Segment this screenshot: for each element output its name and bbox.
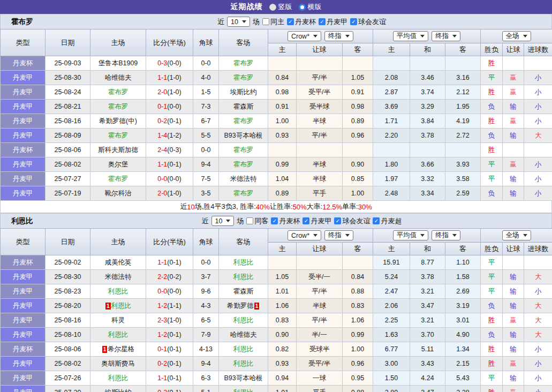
- checkbox-checked-icon[interactable]: ✓: [319, 18, 326, 25]
- score-link[interactable]: 2-0: [157, 190, 167, 197]
- checkbox-checked-icon[interactable]: ✓: [350, 18, 357, 25]
- score-link[interactable]: 2-2: [157, 273, 167, 281]
- layout-radio-vertical[interactable]: 竖版: [269, 2, 292, 12]
- score-link[interactable]: 1-4: [157, 132, 167, 139]
- home-team-link[interactable]: 利恩比: [108, 331, 128, 338]
- home-team-link[interactable]: 利恩比: [108, 288, 128, 295]
- home-team-name[interactable]: 奥胡斯费马: [101, 360, 135, 367]
- away-team-name[interactable]: B93哥本哈根: [224, 132, 262, 139]
- home-team-name[interactable]: 咸美伦英: [105, 259, 132, 266]
- league-filter-checkbox[interactable]: ✓丹麦甲: [303, 216, 331, 226]
- home-team-link[interactable]: 利恩比: [108, 374, 128, 382]
- away-team-cell: 霍布罗: [219, 186, 268, 201]
- score-link[interactable]: 1-2: [157, 331, 167, 338]
- score-link[interactable]: 0-0: [157, 288, 167, 295]
- home-team-link[interactable]: 霍布罗: [108, 103, 128, 110]
- home-team-name[interactable]: 靴尔科治: [105, 190, 132, 197]
- score-link[interactable]: 1-1: [157, 259, 167, 266]
- home-team-name[interactable]: 哈维德夫: [105, 74, 132, 81]
- home-team-name[interactable]: 科灵: [111, 316, 125, 324]
- handicap-home-odds-cell: 1.00: [268, 114, 297, 129]
- away-team-link[interactable]: 利恩比: [233, 273, 254, 281]
- radio-icon[interactable]: [269, 4, 276, 11]
- checkbox-checked-icon[interactable]: ✓: [334, 217, 341, 224]
- score-link[interactable]: 0-0: [157, 175, 167, 183]
- away-team-link[interactable]: 利恩比: [233, 345, 254, 353]
- league-filter-checkbox[interactable]: ✓丹麦杯: [271, 216, 300, 226]
- home-team-link[interactable]: 霍布罗: [108, 88, 128, 96]
- away-team-name[interactable]: 霍森斯: [233, 288, 254, 295]
- radio-icon[interactable]: [299, 4, 306, 11]
- checkbox-checked-icon[interactable]: ✓: [373, 217, 380, 224]
- home-team-name[interactable]: 希尔星格: [108, 345, 134, 353]
- away-team-link[interactable]: 霍布罗: [233, 59, 254, 67]
- away-team-name[interactable]: B93哥本哈根: [224, 374, 262, 382]
- same-venue-checkbox[interactable]: 同客: [246, 216, 268, 226]
- scope-select[interactable]: 全场: [502, 31, 531, 41]
- away-team-link[interactable]: 霍布罗: [233, 146, 254, 154]
- score-link[interactable]: 2-4: [157, 146, 167, 154]
- corners-cell: 4-0: [193, 71, 219, 85]
- avg-final-select[interactable]: 终指: [432, 230, 460, 240]
- handicap-home-odds-cell: 0.89: [268, 186, 297, 201]
- score-link[interactable]: 0-1: [157, 345, 167, 353]
- league-filter-checkbox[interactable]: ✓丹麦甲: [319, 17, 347, 27]
- avg-source-select[interactable]: 平均值: [393, 31, 429, 41]
- away-team-link[interactable]: 利恩比: [233, 389, 254, 392]
- same-venue-checkbox[interactable]: 同主: [262, 17, 284, 27]
- home-team-name[interactable]: 斯科夫斯加德: [98, 146, 138, 154]
- league-filter-checkbox[interactable]: ✓球会友谊: [334, 216, 370, 226]
- odds-final-select[interactable]: 终指: [324, 31, 353, 41]
- score-link[interactable]: 2-0: [157, 88, 167, 96]
- score-link[interactable]: 1-1: [157, 161, 167, 168]
- date-cell: 25-08-20: [46, 299, 90, 313]
- scope-select[interactable]: 全场: [502, 230, 531, 240]
- score-link[interactable]: 2-3: [157, 316, 167, 324]
- checkbox-checked-icon[interactable]: ✓: [271, 217, 278, 224]
- home-team-name[interactable]: 埃斯比约: [105, 389, 132, 392]
- odds-company-select[interactable]: Crow*: [288, 230, 321, 240]
- home-team-link[interactable]: 利恩比: [111, 302, 132, 310]
- away-team-link[interactable]: 霍布罗: [233, 161, 254, 168]
- away-team-name[interactable]: 霍森斯: [233, 103, 254, 110]
- away-team-link[interactable]: 利恩比: [233, 316, 254, 324]
- avg-source-select[interactable]: 平均值: [393, 230, 429, 240]
- odds-company-select[interactable]: Crow*: [288, 31, 321, 41]
- checkbox-checked-icon[interactable]: ✓: [287, 18, 294, 25]
- away-team-link[interactable]: 霍布罗: [233, 117, 254, 125]
- match-count-select[interactable]: 10: [211, 216, 235, 226]
- home-team-link[interactable]: 霍布罗: [108, 132, 128, 139]
- league-filter-checkbox[interactable]: ✓丹麦杯: [287, 17, 316, 27]
- select-value: 终指: [328, 231, 342, 240]
- odds-final-select[interactable]: 终指: [324, 230, 353, 240]
- checkbox-unchecked-icon[interactable]: [246, 217, 253, 224]
- away-team-name[interactable]: 米德法特: [230, 175, 257, 183]
- score-link[interactable]: 0-2: [157, 360, 167, 367]
- layout-radio-horizontal[interactable]: 横版: [299, 2, 322, 12]
- league-filter-checkbox[interactable]: ✓丹麦超: [373, 216, 402, 226]
- away-team-name[interactable]: 哈维德夫: [230, 331, 257, 338]
- home-team-link[interactable]: 霍布罗: [108, 175, 128, 183]
- away-team-link[interactable]: 利恩比: [233, 259, 254, 266]
- score-link[interactable]: 0-2: [157, 389, 167, 392]
- league-filter-checkbox[interactable]: ✓球会友谊: [350, 17, 386, 27]
- score-link[interactable]: 0-1: [157, 103, 167, 110]
- score-link[interactable]: 1-1: [157, 74, 167, 81]
- home-team-name[interactable]: 米德法特: [105, 273, 132, 281]
- away-team-link[interactable]: 霍布罗: [233, 74, 254, 81]
- home-team-name[interactable]: 堡鲁本B1909: [99, 59, 138, 67]
- match-count-select[interactable]: 10: [227, 17, 250, 27]
- away-team-link[interactable]: 利恩比: [233, 360, 254, 367]
- score-link[interactable]: 0-3: [157, 59, 167, 67]
- score-link[interactable]: 1-1: [157, 374, 167, 382]
- checkbox-checked-icon[interactable]: ✓: [303, 217, 309, 224]
- home-team-name[interactable]: 希勤罗德(中): [99, 117, 137, 125]
- away-team-link[interactable]: 霍布罗: [233, 190, 254, 197]
- away-team-name[interactable]: 希勤罗德: [227, 302, 254, 310]
- away-team-name[interactable]: 埃斯比约: [230, 88, 257, 96]
- score-link[interactable]: 0-2: [157, 117, 167, 125]
- avg-final-select[interactable]: 终指: [432, 31, 460, 41]
- score-link[interactable]: 1-2: [157, 302, 167, 310]
- checkbox-unchecked-icon[interactable]: [262, 18, 269, 25]
- home-team-name[interactable]: 奥尔堡: [108, 161, 128, 168]
